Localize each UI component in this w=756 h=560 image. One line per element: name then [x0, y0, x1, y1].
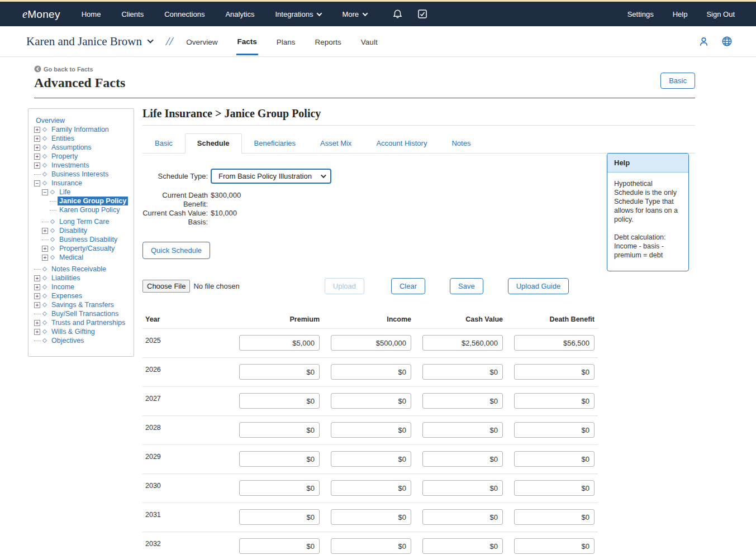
sidebar-item-label[interactable]: Expenses	[50, 291, 84, 300]
sidebar-tree-item[interactable]: + Assumptions	[33, 143, 130, 152]
income-input[interactable]	[331, 509, 411, 525]
premium-input[interactable]	[239, 364, 320, 380]
save-button[interactable]: Save	[450, 278, 483, 294]
premium-input[interactable]	[239, 538, 320, 554]
expand-toggle-icon[interactable]: +	[34, 162, 40, 169]
expand-toggle-icon[interactable]: −	[42, 189, 48, 195]
basic-view-button[interactable]: Basic	[660, 73, 695, 89]
sidebar-item-label[interactable]: Overview	[34, 116, 66, 125]
sidebar-item-label[interactable]: Business Disability	[58, 235, 119, 244]
sidebar-tree-item[interactable]: + Family Information	[33, 125, 130, 134]
expand-toggle-icon[interactable]: +	[42, 246, 48, 252]
cash-value-input[interactable]	[422, 335, 503, 351]
premium-input[interactable]	[239, 422, 320, 438]
sidebar-item-label[interactable]: Insurance	[50, 179, 84, 188]
policy-tab[interactable]: Account History	[364, 133, 439, 154]
death-benefit-input[interactable]	[514, 364, 595, 380]
sidebar-tree-item[interactable]: Overview	[33, 116, 130, 125]
sidebar-item-label[interactable]: Property/Casualty	[58, 244, 116, 253]
expand-toggle-icon[interactable]: +	[42, 228, 48, 234]
expand-toggle-icon[interactable]: −	[34, 180, 40, 186]
expand-toggle-icon[interactable]: +	[34, 145, 40, 151]
sidebar-item-label[interactable]: Trusts and Partnerships	[50, 318, 127, 327]
death-benefit-input[interactable]	[514, 451, 595, 467]
cash-value-input[interactable]	[422, 480, 503, 496]
sidebar-tree-item[interactable]: − Life	[33, 188, 130, 197]
client-selector[interactable]: Karen and Janice Brown	[26, 35, 151, 49]
sidebar-item-label[interactable]: Savings & Transfers	[50, 300, 116, 309]
clear-button[interactable]: Clear	[391, 278, 425, 294]
expand-toggle-icon[interactable]: +	[34, 293, 40, 299]
income-input[interactable]	[331, 538, 411, 554]
cash-value-input[interactable]	[422, 538, 503, 554]
policy-tab[interactable]: Asset Mix	[308, 133, 364, 154]
death-benefit-input[interactable]	[514, 422, 595, 438]
premium-input[interactable]	[239, 393, 320, 409]
sidebar-tree-item[interactable]: + Liabilities	[33, 274, 130, 283]
bell-icon[interactable]	[392, 9, 403, 20]
expand-toggle-icon[interactable]: +	[34, 302, 40, 308]
sidebar-tree-item[interactable]: + Property/Casualty	[33, 244, 130, 253]
topnav-item[interactable]: Integrations	[275, 10, 321, 18]
premium-input[interactable]	[239, 451, 320, 467]
user-icon[interactable]	[698, 36, 709, 47]
sidebar-tree-item[interactable]: − Insurance	[33, 179, 130, 188]
policy-tab[interactable]: Notes	[439, 133, 483, 154]
sidebar-item-label[interactable]: Janice Group Policy	[58, 197, 128, 205]
sidebar-item-label[interactable]: Notes Receivable	[50, 265, 108, 274]
income-input[interactable]	[331, 422, 411, 438]
sidebar-tree-item[interactable]: Buy/Sell Transactions	[33, 309, 130, 318]
cash-value-input[interactable]	[422, 422, 503, 438]
sidebar-item-label[interactable]: Business Interests	[50, 170, 110, 179]
cash-value-input[interactable]	[422, 364, 503, 380]
client-nav-tab[interactable]: Plans	[275, 28, 297, 54]
sidebar-tree-item[interactable]: + Investments	[33, 161, 130, 170]
income-input[interactable]	[331, 335, 411, 351]
sidebar-tree-item[interactable]: Business Interests	[33, 170, 130, 179]
globe-icon[interactable]	[721, 36, 733, 47]
sidebar-item-label[interactable]: Entities	[50, 134, 76, 143]
quick-schedule-button[interactable]: Quick Schedule	[142, 242, 210, 259]
client-nav-tab[interactable]: Vault	[360, 28, 379, 54]
sidebar-tree-item[interactable]: Objectives	[33, 336, 130, 345]
sidebar-item-label[interactable]: Karen Group Policy	[58, 205, 121, 214]
schedule-type-select[interactable]: From Basic Policy Illustration	[211, 169, 331, 184]
choose-file-button[interactable]: Choose File	[142, 280, 190, 293]
sidebar-tree-item[interactable]: + Trusts and Partnerships	[33, 318, 130, 327]
sidebar-item-label[interactable]: Objectives	[50, 336, 85, 345]
client-nav-tab[interactable]: Facts	[236, 28, 258, 55]
sidebar-tree-item[interactable]: Notes Receivable	[33, 265, 130, 274]
topnav-item[interactable]: Connections	[164, 10, 205, 18]
premium-input[interactable]	[239, 480, 320, 496]
topnav-right-item[interactable]: Settings	[627, 10, 654, 18]
sidebar-item-label[interactable]: Assumptions	[50, 143, 93, 152]
expand-toggle-icon[interactable]: +	[34, 320, 40, 326]
policy-tab[interactable]: Beneficiaries	[242, 133, 308, 154]
topnav-item[interactable]: Analytics	[225, 10, 254, 18]
emoney-logo[interactable]: eMoney	[22, 8, 60, 21]
premium-input[interactable]	[239, 335, 320, 351]
topnav-right-item[interactable]: Help	[673, 10, 688, 18]
sidebar-item-label[interactable]: Buy/Sell Transactions	[50, 309, 120, 318]
sidebar-item-label[interactable]: Investments	[50, 161, 91, 170]
topnav-item[interactable]: Clients	[121, 10, 144, 18]
expand-toggle-icon[interactable]: +	[34, 275, 40, 281]
sidebar-item-label[interactable]: Long Term Care	[58, 217, 111, 226]
topnav-item[interactable]: More	[342, 10, 367, 18]
cash-value-input[interactable]	[422, 393, 503, 409]
policy-tab[interactable]: Schedule	[185, 133, 242, 154]
income-input[interactable]	[331, 480, 411, 496]
sidebar-tree-item[interactable]: + Expenses	[33, 291, 130, 300]
sidebar-item-label[interactable]: Liabilities	[50, 274, 82, 283]
income-input[interactable]	[331, 451, 411, 467]
sidebar-item-label[interactable]: Property	[50, 152, 79, 161]
expand-toggle-icon[interactable]: +	[34, 127, 40, 133]
topnav-item[interactable]: Home	[82, 10, 101, 18]
expand-toggle-icon[interactable]: +	[34, 284, 40, 290]
client-nav-tab[interactable]: Reports	[314, 28, 343, 54]
expand-toggle-icon[interactable]: +	[34, 154, 40, 160]
sidebar-tree-item[interactable]: Business Disability	[33, 235, 130, 244]
go-back-link[interactable]: Go back to Facts	[34, 65, 93, 73]
expand-toggle-icon[interactable]: +	[42, 255, 48, 261]
income-input[interactable]	[331, 364, 411, 380]
